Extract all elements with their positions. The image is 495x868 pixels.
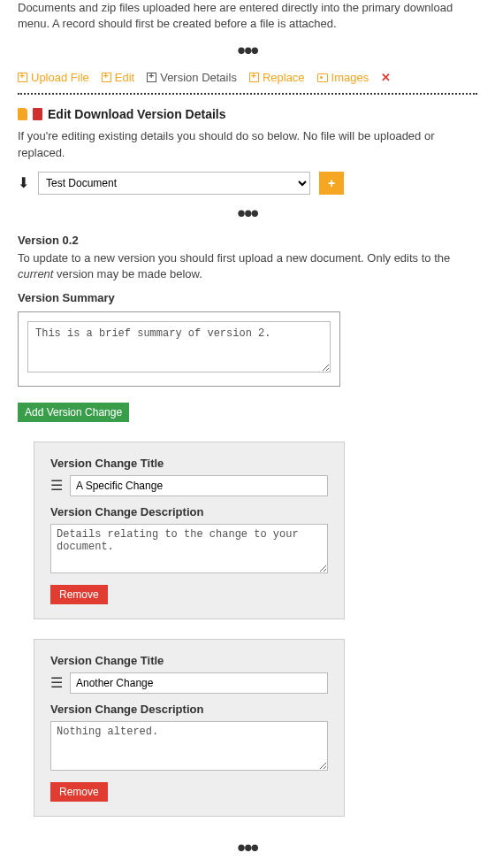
plus-icon (18, 73, 27, 82)
change-title-label: Version Change Title (50, 654, 328, 667)
drag-handle-icon[interactable]: ☰ (50, 479, 63, 493)
plus-icon (102, 73, 111, 82)
upload-file-link[interactable]: Upload File (18, 71, 89, 84)
replace-label: Replace (263, 71, 305, 84)
divider-ellipsis: ••• (18, 39, 477, 62)
section-title: Edit Download Version Details (48, 107, 225, 121)
change-desc-label: Version Change Description (50, 505, 328, 518)
change-desc-textarea[interactable]: Nothing altered. (50, 721, 328, 771)
version-note: To update to a new version you should fi… (18, 250, 477, 282)
version-note-pre: To update to a new version you should fi… (18, 251, 450, 265)
version-summary-textarea[interactable]: This is a brief summary of version 2. (27, 321, 331, 373)
drag-handle-icon[interactable]: ☰ (50, 676, 63, 690)
change-title-label: Version Change Title (50, 457, 328, 470)
pdf-icon (33, 108, 42, 120)
intro-text: Documents and zip files uploaded here ar… (18, 0, 477, 32)
images-link[interactable]: Images (317, 71, 369, 84)
version-note-em: current (18, 267, 53, 280)
edit-label: Edit (115, 71, 134, 84)
version-summary-label: Version Summary (18, 291, 477, 304)
divider-ellipsis: ••• (18, 836, 477, 859)
upload-file-label: Upload File (31, 71, 89, 84)
section-help-text: If you're editing existing details you s… (18, 128, 477, 160)
remove-change-button[interactable]: Remove (50, 782, 108, 802)
version-change-card: Version Change Title ☰ Version Change De… (34, 442, 345, 619)
action-toolbar: Upload File Edit Version Details Replace… (18, 71, 477, 89)
add-version-change-button[interactable]: Add Version Change (18, 403, 129, 422)
section-header: Edit Download Version Details (18, 107, 477, 121)
add-document-button[interactable]: + (319, 172, 344, 195)
version-change-card: Version Change Title ☰ Version Change De… (34, 639, 345, 817)
change-title-input[interactable] (70, 672, 328, 694)
divider-ellipsis: ••• (18, 202, 477, 225)
file-icon (18, 108, 27, 120)
replace-link[interactable]: Replace (249, 71, 305, 84)
delete-icon[interactable]: ✕ (381, 71, 391, 84)
document-select-row: ⬇ Test Document + (18, 172, 477, 195)
plus-icon (147, 73, 156, 82)
version-summary-box: This is a brief summary of version 2. (18, 311, 340, 387)
remove-change-button[interactable]: Remove (50, 585, 108, 604)
version-heading: Version 0.2 (18, 234, 477, 247)
change-desc-textarea[interactable]: Details relating to the change to your d… (50, 524, 328, 573)
version-note-post: version may be made below. (53, 267, 202, 280)
download-icon: ⬇ (18, 174, 29, 191)
image-icon (317, 73, 328, 82)
document-select[interactable]: Test Document (38, 172, 310, 195)
plus-icon (249, 73, 259, 82)
version-details-link[interactable]: Version Details (147, 71, 237, 84)
images-label: Images (331, 71, 369, 84)
edit-link[interactable]: Edit (102, 71, 134, 84)
change-desc-label: Version Change Description (50, 703, 328, 716)
version-details-label: Version Details (160, 71, 237, 84)
change-title-input[interactable] (70, 475, 328, 496)
dotted-divider (18, 93, 477, 95)
